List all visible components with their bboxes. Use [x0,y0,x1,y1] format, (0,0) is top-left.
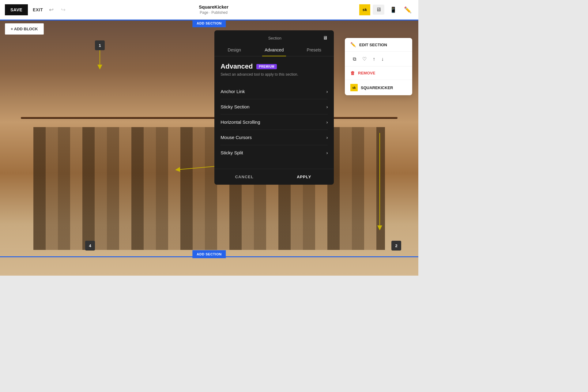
apply-button[interactable]: APPLY [274,169,334,185]
horizontal-scrolling-label: Horizontal Scrolling [221,119,260,125]
list-item-anchor-link[interactable]: Anchor Link › [221,84,328,99]
panel-section-title: Advanced PREMIUM [221,62,328,70]
badge-2: 2 [391,241,401,251]
monitor-icon: 🖥 [323,35,328,41]
mobile-view-button[interactable]: 📱 [387,5,400,15]
edit-icon: ✏️ [350,42,356,47]
tab-presets[interactable]: Presets [294,44,334,56]
app-name: SquareKicker [68,4,359,9]
section-panel: Section 🖥 Design Advanced Presets Advanc… [214,30,334,185]
edit-section-item[interactable]: ✏️ EDIT SECTION [345,38,412,52]
squarekicker-label: SQUAREKICKER [361,85,393,90]
save-button[interactable]: SAVE [5,4,28,15]
list-item-sticky-section[interactable]: Sticky Section › [221,99,328,115]
list-item-mouse-cursors[interactable]: Mouse Cursors › [221,130,328,145]
favorite-button[interactable]: ♡ [360,55,369,63]
move-up-button[interactable]: ↑ [370,55,378,63]
premium-badge: PREMIUM [256,64,277,69]
chevron-right-icon: › [326,135,328,140]
duplicate-button[interactable]: ⧉ [350,55,359,63]
panel-subtitle: Select an advanced tool to apply to this… [221,72,328,77]
remove-label: REMOVE [358,71,375,75]
remove-icon: 🗑 [350,70,355,76]
remove-item[interactable]: 🗑 REMOVE [345,66,412,80]
sticky-section-label: Sticky Section [221,104,249,109]
list-item-horizontal-scrolling[interactable]: Horizontal Scrolling › [221,115,328,130]
tab-design[interactable]: Design [214,44,254,56]
chevron-right-icon: › [326,104,328,109]
chevron-right-icon: › [326,120,328,125]
panel-body: Advanced PREMIUM Select an advanced tool… [214,56,334,166]
panel-header: Section 🖥 [214,30,334,41]
chevron-right-icon: › [326,89,328,94]
tools-button[interactable]: ✏️ [402,4,413,15]
panel-footer: CANCEL APPLY [214,169,334,185]
squarekicker-item[interactable]: sk SQUAREKICKER [345,80,412,95]
context-actions-row: ⧉ ♡ ↑ ↓ [345,52,412,66]
edit-section-label: EDIT SECTION [359,43,387,47]
topbar-title: SquareKicker Page · Published [68,4,359,15]
advanced-heading: Advanced [221,62,253,70]
chevron-right-icon: › [326,150,328,155]
tab-advanced[interactable]: Advanced [254,44,294,56]
mouse-cursors-label: Mouse Cursors [221,135,252,140]
anchor-link-label: Anchor Link [221,89,245,94]
clothing-rod [21,117,397,119]
topbar-right: sk 🖥 📱 ✏️ [359,4,413,15]
cancel-button[interactable]: CANCEL [214,169,274,185]
canvas-area: ADD SECTION ADD SECTION + ADD BLOCK 1 2 … [0,20,418,276]
redo-button[interactable]: ↪ [58,5,68,14]
badge-1: 1 [95,40,105,50]
add-section-top-button[interactable]: ADD SECTION [192,20,226,27]
badge-4: 4 [85,241,95,251]
sk-logo-icon: sk [359,4,370,15]
add-section-bottom-button[interactable]: ADD SECTION [192,250,226,258]
squarekicker-logo-icon: sk [350,84,358,91]
sticky-split-label: Sticky Split [221,150,243,155]
context-menu: ✏️ EDIT SECTION ⧉ ♡ ↑ ↓ 🗑 REMOVE sk SQUA… [345,38,412,95]
list-item-sticky-split[interactable]: Sticky Split › [221,145,328,160]
page-info: Page · Published [200,10,228,15]
add-block-button[interactable]: + ADD BLOCK [5,23,44,35]
panel-tabs: Design Advanced Presets [214,44,334,56]
panel-title: Section [227,36,323,40]
undo-button[interactable]: ↩ [47,5,56,14]
topbar: SAVE EXIT ↩ ↪ SquareKicker Page · Publis… [0,0,418,20]
topbar-nav: ↩ ↪ [47,5,68,14]
exit-button[interactable]: EXIT [33,7,43,12]
move-down-button[interactable]: ↓ [379,55,386,63]
desktop-view-button[interactable]: 🖥 [373,5,384,15]
